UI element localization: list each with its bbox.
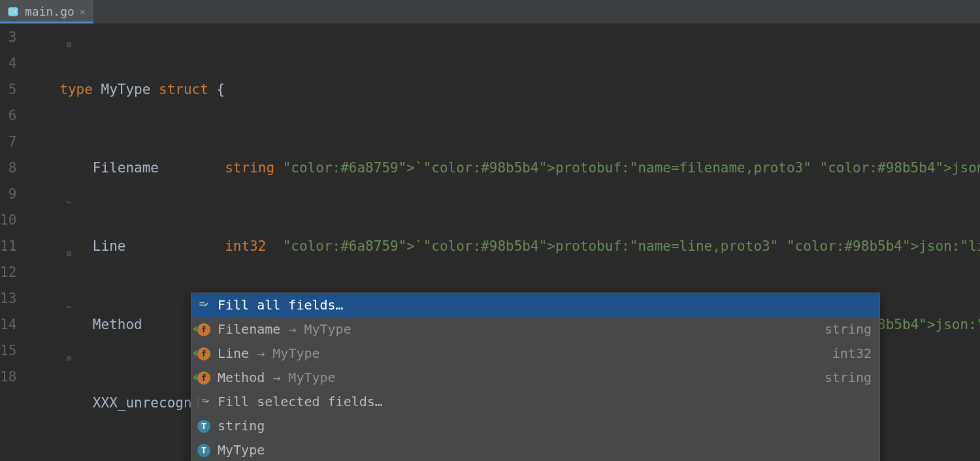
line-number: 9: [0, 181, 16, 207]
completion-item[interactable]: fLine → MyTypeint32: [191, 342, 879, 366]
go-file-icon: [7, 5, 20, 18]
line-number: 8: [0, 155, 16, 181]
completion-popup: Fill all fields…fFilename → MyTypestring…: [191, 293, 880, 461]
line-number: 15: [0, 338, 16, 364]
completion-label: string: [218, 414, 265, 438]
completion-item[interactable]: Fill all fields…: [191, 293, 879, 317]
completion-sublabel: → MyType: [280, 317, 351, 342]
field-icon: f: [195, 372, 212, 385]
tab-bar: main.go ✕: [0, 0, 980, 24]
completion-item[interactable]: TMyType: [191, 438, 879, 461]
close-icon[interactable]: ✕: [80, 0, 86, 25]
svg-point-3: [11, 11, 12, 12]
svg-rect-6: [199, 304, 204, 306]
completion-label: Fill selected fields…: [218, 390, 383, 414]
line-number: 4: [0, 50, 16, 76]
completion-sublabel: → MyType: [249, 342, 319, 366]
line-number: 5: [0, 76, 16, 103]
completion-label: Line: [218, 342, 249, 366]
completion-item[interactable]: Fill selected fields…: [191, 390, 879, 414]
svg-rect-8: [202, 401, 206, 402]
line-number: 18: [0, 364, 16, 390]
line-number: 12: [0, 259, 16, 285]
completion-item[interactable]: Tstring: [191, 414, 879, 438]
completion-type: string: [825, 317, 872, 342]
line-number: 3: [0, 24, 16, 50]
completion-item[interactable]: fFilename → MyTypestring: [191, 317, 879, 342]
completion-type: int32: [832, 342, 872, 366]
field-icon: f: [195, 323, 212, 336]
completion-label: Method: [218, 366, 265, 390]
line-number: 11: [0, 233, 16, 259]
svg-rect-0: [8, 7, 18, 16]
svg-rect-5: [199, 302, 204, 303]
type-icon: T: [195, 420, 212, 433]
gutter: 3 4 5 6 7 8 9 10 11 12 13 14 15 18: [0, 24, 36, 461]
type-icon: T: [195, 444, 212, 457]
line-number: 14: [0, 311, 16, 338]
completion-label: Filename: [218, 317, 280, 342]
file-tab[interactable]: main.go ✕: [0, 0, 93, 24]
tab-label: main.go: [25, 0, 74, 25]
completion-item[interactable]: fMethod → MyTypestring: [191, 366, 879, 390]
code-line: Line int32 "color:#6a8759">`"color:#98b5…: [59, 233, 980, 259]
field-icon: f: [195, 347, 212, 360]
svg-rect-7: [202, 399, 206, 400]
line-number: 6: [0, 103, 16, 129]
line-number: 10: [0, 207, 16, 233]
completion-label: Fill all fields…: [218, 293, 344, 317]
completion-label: MyType: [218, 438, 265, 461]
completion-sublabel: → MyType: [265, 366, 335, 390]
template-icon: [195, 396, 212, 409]
template-icon: [195, 299, 212, 312]
code-line: type MyType struct {: [59, 76, 980, 103]
completion-type: string: [825, 366, 872, 390]
svg-point-4: [14, 11, 15, 12]
line-number: 7: [0, 129, 16, 155]
code-line: Filename string "color:#6a8759">`"color:…: [59, 155, 980, 181]
line-number: 13: [0, 285, 16, 311]
